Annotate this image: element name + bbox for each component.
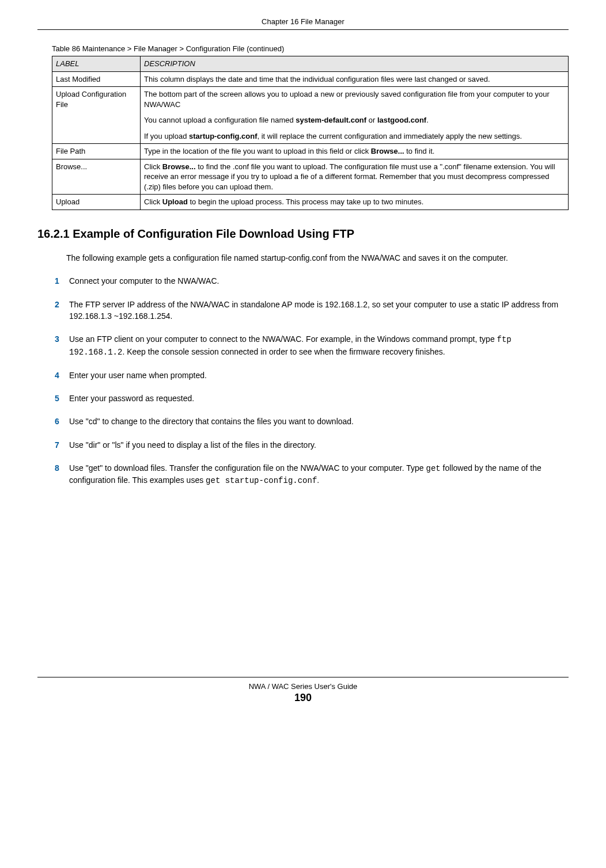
cell-desc: Click Upload to begin the upload process…	[141, 195, 569, 210]
text: to begin the upload process. This proces…	[188, 197, 423, 206]
text: You cannot upload a configuration file n…	[144, 116, 296, 124]
cell-label: Last Modified	[52, 71, 141, 87]
text: Type in the location of the file you wan…	[144, 147, 371, 155]
step-item: Use "get" to download files. Transfer th…	[55, 462, 569, 487]
cell-desc: The bottom part of the screen allows you…	[141, 87, 569, 144]
cell-label: Upload Configuration File	[52, 87, 141, 144]
table-row: Last Modified This column displays the d…	[52, 71, 569, 87]
section-intro: The following example gets a configurati…	[66, 252, 569, 264]
bold-text: Browse...	[162, 162, 196, 171]
text: .	[317, 475, 319, 485]
text: If you upload	[144, 132, 189, 140]
cell-label: Upload	[52, 195, 141, 210]
table-row: Browse... Click Browse... to find the .c…	[52, 159, 569, 195]
table-caption: Table 86 Maintenance > File Manager > Co…	[37, 44, 569, 53]
cell-label: File Path	[52, 144, 141, 159]
bold-text: Upload	[162, 197, 188, 206]
page-footer: NWA / WAC Series User's Guide 190	[37, 677, 569, 704]
step-item: Connect your computer to the NWA/WAC.	[55, 275, 569, 287]
desc-paragraph: You cannot upload a configuration file n…	[144, 115, 565, 125]
table-row: Upload Configuration File The bottom par…	[52, 87, 569, 144]
step-item: Enter your password as requested.	[55, 393, 569, 404]
text: , it will replace the current configurat…	[257, 132, 522, 140]
code-text: get startup-config.conf	[206, 476, 317, 485]
config-file-table: LABEL DESCRIPTION Last Modified This col…	[52, 56, 569, 210]
section-heading: 16.2.1 Example of Configuration File Dow…	[37, 227, 569, 241]
footer-title: NWA / WAC Series User's Guide	[37, 682, 569, 691]
steps-list: Connect your computer to the NWA/WAC. Th…	[55, 275, 569, 486]
table-row: File Path Type in the location of the fi…	[52, 144, 569, 159]
cell-desc: Click Browse... to find the .conf file y…	[141, 159, 569, 195]
text: . Keep the console session connected in …	[122, 347, 445, 356]
step-item: Use an FTP client on your computer to co…	[55, 333, 569, 358]
th-label: LABEL	[52, 56, 141, 72]
text: to find the .conf file you want to uploa…	[144, 162, 555, 191]
chapter-header: Chapter 16 File Manager	[37, 17, 569, 30]
text: to find it.	[404, 147, 435, 155]
bold-text: startup-config.conf	[189, 132, 257, 140]
table-row: Upload Click Upload to begin the upload …	[52, 195, 569, 210]
code-text: get	[426, 464, 441, 473]
step-item: Enter your user name when prompted.	[55, 370, 569, 381]
text: Click	[144, 197, 162, 206]
footer-page-number: 190	[37, 692, 569, 704]
cell-desc: Type in the location of the file you wan…	[141, 144, 569, 159]
bold-text: system-default.conf	[296, 116, 366, 124]
text: .	[426, 116, 429, 124]
bold-text: Browse...	[371, 147, 404, 155]
bold-text: lastgood.conf	[377, 116, 426, 124]
step-item: Use "dir" or "ls" if you need to display…	[55, 439, 569, 451]
text: Use an FTP client on your computer to co…	[69, 334, 497, 344]
cell-desc: This column displays the date and time t…	[141, 71, 569, 87]
desc-paragraph: If you upload startup-config.conf, it wi…	[144, 131, 565, 142]
step-item: The FTP server IP address of the NWA/WAC…	[55, 299, 569, 322]
desc-paragraph: The bottom part of the screen allows you…	[144, 89, 565, 109]
text: Use "get" to download files. Transfer th…	[69, 463, 426, 473]
cell-label: Browse...	[52, 159, 141, 195]
text: or	[366, 116, 377, 124]
th-description: DESCRIPTION	[141, 56, 569, 72]
text: Click	[144, 162, 162, 171]
step-item: Use "cd" to change to the directory that…	[55, 416, 569, 427]
